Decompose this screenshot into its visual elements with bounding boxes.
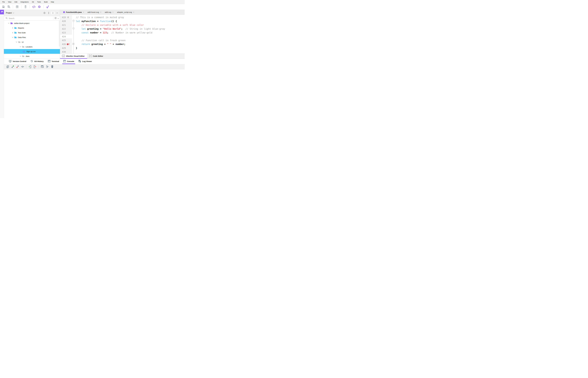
project-search[interactable]: Search — [4, 16, 60, 21]
tree-item-stellar-blank-project[interactable]: stellar-blank-project — [4, 21, 60, 26]
code-line-430[interactable]: 430 — [60, 50, 185, 54]
code-line-423[interactable]: 423 const number = 123; // Number in war… — [60, 31, 185, 35]
code-text: return greeting + " " + number; — [75, 42, 185, 46]
check-out-button[interactable] — [33, 65, 37, 68]
code-line-429[interactable]: 429} — [60, 46, 185, 50]
subtab-code-editor[interactable]: Code Editor — [87, 54, 106, 59]
breakpoint-icon[interactable]: I — [66, 43, 70, 45]
gutter-line-429[interactable]: 429 — [60, 46, 72, 50]
menu-item-integrations[interactable]: Integrations — [20, 1, 29, 3]
pull-change-button[interactable] — [11, 65, 14, 68]
line-number: 430 — [60, 51, 66, 53]
fold-start-icon[interactable] — [73, 28, 74, 30]
menu-item-view[interactable]: View — [8, 1, 12, 3]
tree-chevron-down-icon[interactable] — [19, 55, 22, 57]
gutter-line-419[interactable]: 419@ — [60, 15, 72, 19]
bottom-tab-git-history[interactable]: Git History — [29, 59, 45, 64]
add-window-button[interactable] — [40, 65, 44, 68]
commit-node-button[interactable] — [21, 65, 24, 68]
checkmark-button[interactable] — [46, 5, 49, 9]
tree-chevron-right-icon[interactable] — [11, 32, 14, 34]
bottom-tab-console[interactable]: Console — [62, 59, 76, 64]
fold-column — [72, 19, 75, 23]
tree-item-data-files[interactable]: Data Files — [4, 35, 60, 40]
menu-item-git[interactable]: Git — [32, 1, 34, 3]
run-device-button[interactable] — [24, 5, 27, 9]
tree-item-ui[interactable]: UI — [4, 40, 60, 44]
tree-item-runners[interactable]: Runners — [4, 58, 60, 59]
tree-chevron-right-icon[interactable] — [11, 27, 14, 29]
save-button[interactable] — [2, 5, 5, 9]
close-tab-icon[interactable]: ✕ — [133, 11, 134, 13]
code-line-419[interactable]: 419@// This is a comment in muted gray — [60, 15, 185, 19]
code-tag-button[interactable] — [32, 5, 36, 9]
editor-tab-add-hover-svg[interactable]: add-hover.svg✕ — [86, 10, 103, 14]
fold-start-icon[interactable] — [73, 20, 74, 22]
tree-chevron-down-icon[interactable] — [15, 41, 18, 43]
close-tab-icon[interactable]: ✕ — [83, 11, 84, 13]
close-tab-icon[interactable]: ✕ — [112, 11, 114, 13]
save-all-button[interactable] — [7, 5, 11, 9]
doc-plus-button[interactable] — [6, 65, 10, 68]
tree-scrollbar[interactable] — [59, 21, 60, 46]
close-tab-icon[interactable]: ✕ — [100, 11, 102, 13]
gutter-line-422[interactable]: 422 — [60, 27, 72, 31]
code-line-421[interactable]: 421 // Declare a variable with a soft bl… — [60, 23, 185, 27]
fold-column — [72, 35, 75, 39]
menu-item-build[interactable]: Build — [44, 1, 48, 3]
fold-column — [72, 31, 75, 35]
tree-chevron-down-icon[interactable] — [7, 22, 10, 24]
bottom-tab-terminal[interactable]: Terminal — [46, 59, 61, 64]
gutter-line-424[interactable]: 424 — [60, 35, 72, 39]
tree-item-reports[interactable]: Reports — [4, 26, 60, 30]
subtab-gherkin-visual-editor[interactable]: csvGherkin Visual Editor — [60, 54, 87, 59]
push-change-button[interactable] — [16, 65, 19, 68]
locate-file-icon[interactable] — [43, 11, 46, 14]
expand-all-icon[interactable] — [51, 11, 54, 14]
menu-item-edit[interactable]: Edit — [14, 1, 17, 3]
collapse-all-icon[interactable] — [47, 11, 50, 14]
gutter-line-421[interactable]: 421 — [60, 23, 72, 27]
bottom-toolbar — [4, 64, 185, 69]
view-options-grid-icon[interactable] — [54, 17, 57, 20]
tree-item-java[interactable]: Java — [4, 54, 60, 58]
editor-tab-functionutils-java[interactable]: FunctionUtils.java✕ — [62, 10, 86, 14]
fold-column — [72, 27, 75, 31]
bottom-tab-version-control[interactable]: Version Control — [7, 59, 28, 64]
branch-button[interactable] — [46, 65, 49, 68]
gutter-line-423[interactable]: 423 — [60, 31, 72, 35]
gutter-line-430[interactable]: 430 — [60, 50, 72, 54]
run-window-button[interactable] — [15, 5, 19, 9]
gutter-line-426[interactable]: 426I — [60, 42, 72, 46]
code-editor[interactable]: 419@// This is a comment in muted gray42… — [60, 15, 185, 54]
gutter-line-420[interactable]: 420 — [60, 19, 72, 23]
tree-chevron-down-icon[interactable] — [19, 46, 22, 48]
settings-gear-button[interactable] — [38, 5, 41, 9]
menu-item-tools[interactable]: Tools — [37, 1, 41, 3]
annotation-at-icon[interactable]: @ — [66, 16, 70, 18]
chevron-down-icon[interactable] — [57, 17, 59, 19]
trash-button[interactable] — [51, 65, 54, 68]
code-line-426[interactable]: 426I return greeting + " " + number; — [60, 42, 185, 46]
check-in-button[interactable] — [28, 65, 32, 68]
menu-item-help[interactable]: Help — [51, 1, 54, 3]
code-line-420[interactable]: 420let myFunction = function() { — [60, 19, 185, 23]
tree-item-locators[interactable]: Locators — [4, 44, 60, 49]
tree-chevron-down-icon[interactable] — [11, 36, 14, 38]
gutter-line-425[interactable]: 425 — [60, 39, 72, 42]
hide-panel-icon[interactable] — [55, 11, 59, 14]
project-tool-button[interactable] — [0, 10, 4, 14]
menu-item-file[interactable]: File — [2, 1, 5, 3]
code-line-425[interactable]: 425 // Function call in fresh green — [60, 39, 185, 42]
tree-item-label: Sign up.csv — [26, 51, 36, 53]
code-line-424[interactable]: 424 — [60, 35, 185, 39]
tree-item-sign-up-csv[interactable]: { }Sign up.csv — [4, 49, 60, 54]
fold-plus-icon[interactable] — [73, 43, 74, 45]
editor-tab-adapter-script-svg[interactable]: adapter_script.svg✕ — [116, 10, 136, 14]
code-line-422[interactable]: 422 let greeting = "Hello World"; // Str… — [60, 27, 185, 31]
chevron-down-icon[interactable] — [13, 12, 14, 14]
csv-badge-icon: csv — [62, 55, 65, 57]
bottom-tab-log-viewer[interactable]: Log Viewer — [77, 59, 93, 64]
editor-tab-add-svg[interactable]: add.svg✕ — [103, 10, 115, 14]
tree-item-test-suite[interactable]: Test Suite — [4, 30, 60, 35]
